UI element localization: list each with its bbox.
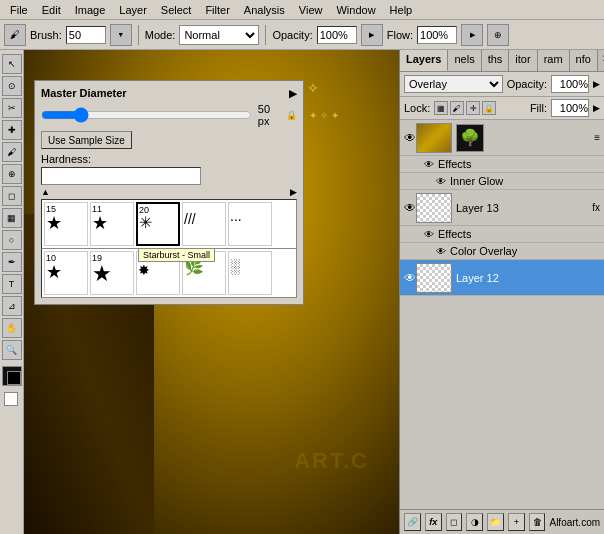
mask-btn[interactable]: ◻ (446, 513, 463, 531)
lock-image[interactable]: 🖌 (450, 101, 464, 115)
gradient-tool[interactable]: ▦ (2, 208, 22, 228)
brush-tool[interactable]: 🖌 (2, 142, 22, 162)
menu-file[interactable]: File (4, 3, 34, 17)
layer-fx-13[interactable]: fx (592, 202, 600, 213)
right-panel: Layers nels ths itor ram nfo ✕ OverlayNo… (399, 50, 604, 534)
tab-channels[interactable]: nels (448, 50, 481, 71)
use-sample-btn[interactable]: Use Sample Size (41, 131, 132, 149)
eraser-tool[interactable]: ◻ (2, 186, 22, 206)
opacity-arrow[interactable]: ▶ (593, 79, 600, 89)
blend-mode-select[interactable]: NormalMultiplyScreenOverlay (179, 25, 259, 45)
move-tool[interactable]: ↖ (2, 54, 22, 74)
color-overlay-eye[interactable]: 👁 (436, 246, 446, 257)
brush-cell-4[interactable]: /// (182, 202, 226, 246)
brush-shape-15: ★ (46, 214, 62, 232)
tools-panel: ↖ ⊙ ✂ ✚ 🖌 ⊕ ◻ ▦ ○ ✒ T ⊿ ✋ 🔍 (0, 50, 24, 534)
inner-glow-item[interactable]: 👁 Inner Glow (400, 173, 604, 190)
pen-tool[interactable]: ✒ (2, 252, 22, 272)
hand-tool[interactable]: ✋ (2, 318, 22, 338)
lock-transparency[interactable]: ▦ (434, 101, 448, 115)
adjustment-btn[interactable]: ◑ (466, 513, 483, 531)
layer-item-13[interactable]: 👁 Layer 13 fx (400, 190, 604, 226)
layer-item-12[interactable]: 👁 Layer 12 (400, 260, 604, 296)
inner-glow-label: Inner Glow (450, 175, 503, 187)
brush-cell-5[interactable]: ··· (228, 202, 272, 246)
eye-visible-13[interactable]: 👁 (404, 201, 416, 215)
mode-label: Mode: (145, 29, 176, 41)
tab-layers[interactable]: Layers (400, 50, 448, 71)
lock-all[interactable]: 🔒 (482, 101, 496, 115)
zoom-tool[interactable]: 🔍 (2, 340, 22, 360)
menu-filter[interactable]: Filter (199, 3, 235, 17)
brush-tool-icon[interactable]: 🖌 (4, 24, 26, 46)
path-tool[interactable]: ⊿ (2, 296, 22, 316)
background-color[interactable] (2, 390, 22, 410)
effects-eye-1[interactable]: 👁 (424, 159, 434, 170)
menu-window[interactable]: Window (330, 3, 381, 17)
scroll-right-icon[interactable]: ▶ (290, 187, 297, 197)
tab-actions[interactable]: ram (538, 50, 570, 71)
layer-item-top[interactable]: 👁 🌳 ≡ (400, 120, 604, 156)
sparkles2: ✦ ✧ ✦ (309, 110, 339, 121)
brush-popup-arrow[interactable]: ▶ (289, 88, 297, 99)
brush-size-input[interactable] (66, 26, 106, 44)
diameter-value: 50 px (258, 103, 280, 127)
brush-cell-10[interactable]: 10 ★ (44, 251, 88, 295)
flow-arrow[interactable]: ▶ (461, 24, 483, 46)
delete-layer-btn[interactable]: 🗑 (529, 513, 546, 531)
menu-view[interactable]: View (293, 3, 329, 17)
menu-analysis[interactable]: Analysis (238, 3, 291, 17)
menu-layer[interactable]: Layer (113, 3, 153, 17)
panel-menu-top[interactable]: ≡ (594, 132, 600, 143)
fx-btn[interactable]: fx (425, 513, 442, 531)
scroll-up-icon[interactable]: ▲ (41, 187, 50, 197)
menu-edit[interactable]: Edit (36, 3, 67, 17)
layer-blend-select[interactable]: OverlayNormalMultiplyScreen (404, 75, 503, 93)
effects-eye-2[interactable]: 👁 (424, 229, 434, 240)
eye-visible-12[interactable]: 👁 (404, 271, 416, 285)
menu-select[interactable]: Select (155, 3, 198, 17)
panel-close[interactable]: ✕ (598, 50, 604, 71)
inner-glow-eye[interactable]: 👁 (436, 176, 446, 187)
tab-info[interactable]: nfo (570, 50, 598, 71)
crop-tool[interactable]: ✂ (2, 98, 22, 118)
brush-picker-icon[interactable]: ▼ (110, 24, 132, 46)
flow-input[interactable] (417, 26, 457, 44)
group-btn[interactable]: 📁 (487, 513, 504, 531)
lock-label: Lock: (404, 102, 430, 114)
brush-cell-20[interactable]: 20 ✳ Starburst - Small (136, 202, 180, 246)
diameter-slider[interactable] (41, 108, 252, 122)
airbrush-icon[interactable]: ⊕ (487, 24, 509, 46)
layer-name-12: Layer 12 (456, 272, 499, 284)
layer-thumb-bw: 🌳 (456, 124, 484, 152)
foreground-color[interactable] (2, 366, 22, 386)
new-layer-btn[interactable]: + (508, 513, 525, 531)
clone-tool[interactable]: ⊕ (2, 164, 22, 184)
lasso-tool[interactable]: ⊙ (2, 76, 22, 96)
menu-image[interactable]: Image (69, 3, 112, 17)
brush-cell-11[interactable]: 11 ★ (90, 202, 134, 246)
brush-cell-19[interactable]: 19 ★ (90, 251, 134, 295)
brush-cell-9[interactable]: ░ (228, 251, 272, 295)
eye-visible-top[interactable]: 👁 (404, 131, 416, 145)
canvas-area[interactable]: ✦ ✧ ✦ ✧ ✦ ✧ ✦ ART.C Master Diameter ▶ 50… (24, 50, 399, 534)
tab-paths[interactable]: ths (482, 50, 510, 71)
lock-icon[interactable]: 🔒 (286, 110, 297, 120)
menu-help[interactable]: Help (384, 3, 419, 17)
opacity-arrow[interactable]: ▶ (361, 24, 383, 46)
link-layers-btn[interactable]: 🔗 (404, 513, 421, 531)
lock-icons: ▦ 🖌 ✛ 🔒 (434, 101, 496, 115)
layer-info-12: Layer 12 (456, 272, 600, 284)
dodge-tool[interactable]: ○ (2, 230, 22, 250)
heal-tool[interactable]: ✚ (2, 120, 22, 140)
color-overlay-item[interactable]: 👁 Color Overlay (400, 243, 604, 260)
lock-position[interactable]: ✛ (466, 101, 480, 115)
fill-field[interactable] (551, 99, 589, 117)
type-tool[interactable]: T (2, 274, 22, 294)
panel-tabs: Layers nels ths itor ram nfo ✕ (400, 50, 604, 72)
fill-arrow[interactable]: ▶ (593, 103, 600, 113)
brush-cell-15[interactable]: 15 ★ (44, 202, 88, 246)
tab-history[interactable]: itor (509, 50, 537, 71)
opacity-input[interactable] (317, 26, 357, 44)
opacity-field[interactable] (551, 75, 589, 93)
